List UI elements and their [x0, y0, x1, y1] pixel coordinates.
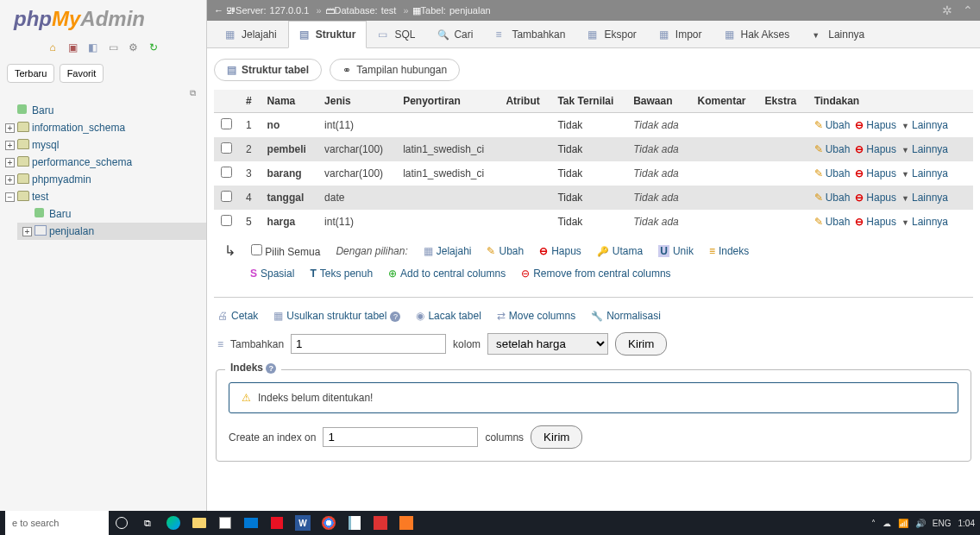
bulk-edit[interactable]: Ubah [487, 245, 524, 257]
breadcrumb-table[interactable]: penjualan [449, 5, 491, 16]
expand-icon[interactable]: + [22, 227, 32, 236]
volume-icon[interactable]: 🔊 [915, 519, 926, 528]
subtab-table-structure[interactable]: Struktur tabel [214, 59, 322, 81]
row-checkbox[interactable] [221, 215, 232, 226]
taskbar-search[interactable]: e to search [5, 511, 109, 535]
chrome-icon[interactable] [319, 513, 338, 532]
acrobat-icon[interactable] [371, 513, 390, 532]
util-normalize[interactable]: Normalisasi [591, 310, 661, 322]
tab-import[interactable]: Impor [648, 21, 713, 47]
expand-icon[interactable]: + [5, 123, 15, 133]
tree-db-test[interactable]: −test [0, 188, 206, 205]
taskview-icon[interactable]: ⧉ [138, 513, 157, 532]
row-checkbox[interactable] [221, 142, 232, 154]
settings-icon[interactable]: ✲ [942, 3, 952, 17]
favorites-tab[interactable]: Favorit [60, 64, 104, 83]
store-icon[interactable] [216, 513, 235, 532]
bulk-add-central[interactable]: Add to central columns [388, 268, 506, 280]
xampp-icon[interactable] [397, 513, 416, 532]
action-drop[interactable]: Hapus [855, 119, 896, 131]
gift-icon[interactable] [267, 513, 286, 532]
bulk-index[interactable]: Indeks [709, 245, 749, 257]
edge-icon[interactable] [164, 513, 183, 532]
help-icon[interactable] [266, 362, 276, 374]
tree-db-information-schema[interactable]: +information_schema [0, 119, 206, 136]
action-edit[interactable]: Ubah [814, 167, 851, 179]
action-more[interactable]: Lainnya [901, 143, 948, 155]
reload-icon[interactable]: ↻ [147, 41, 160, 55]
row-checkbox[interactable] [221, 191, 232, 202]
tray-up-icon[interactable]: ˄ [871, 519, 876, 528]
bulk-remove-central[interactable]: Remove from central columns [521, 268, 670, 280]
check-all[interactable]: Pilih Semua [251, 244, 320, 258]
lang-indicator[interactable]: ENG [933, 519, 952, 528]
tree-test-new[interactable]: Baru [17, 205, 206, 223]
home-icon[interactable]: ⌂ [46, 41, 60, 55]
action-more[interactable]: Lainnya [901, 216, 948, 228]
tree-new[interactable]: Baru [0, 102, 206, 119]
cortana-icon[interactable] [112, 513, 131, 532]
bulk-unique[interactable]: Unik [658, 245, 694, 257]
add-column-go[interactable]: Kirim [615, 332, 667, 356]
expand-icon[interactable]: + [5, 141, 15, 150]
notepad-icon[interactable] [345, 513, 364, 532]
action-more[interactable]: Lainnya [901, 167, 948, 179]
action-edit[interactable]: Ubah [814, 216, 851, 228]
row-checkbox[interactable] [221, 167, 232, 178]
settings-icon[interactable]: ⚙ [127, 41, 141, 55]
docs-icon[interactable]: ▭ [106, 41, 120, 55]
tab-insert[interactable]: Tambahkan [484, 21, 576, 47]
add-column-count[interactable] [291, 334, 446, 354]
action-drop[interactable]: Hapus [855, 143, 896, 155]
row-checkbox[interactable] [221, 118, 232, 129]
word-icon[interactable]: W [293, 513, 312, 532]
create-index-count[interactable] [323, 427, 478, 447]
logout-icon[interactable]: ▣ [66, 41, 79, 55]
action-edit[interactable]: Ubah [814, 143, 851, 155]
tab-privileges[interactable]: Hak Akses [713, 21, 801, 47]
action-more[interactable]: Lainnya [901, 192, 948, 204]
expand-icon[interactable]: + [5, 175, 15, 185]
collapse-icon[interactable]: − [5, 192, 15, 202]
tab-browse[interactable]: Jelajahi [214, 21, 288, 47]
tree-table-penjualan[interactable]: +penjualan [17, 223, 206, 240]
tree-db-performance-schema[interactable]: +performance_schema [0, 154, 206, 171]
collapse-top-icon[interactable]: ⌃ [963, 3, 973, 17]
subtab-relation-view[interactable]: ⚭Tampilan hubungan [330, 59, 460, 81]
util-print[interactable]: Cetak [217, 310, 258, 322]
action-more[interactable]: Lainnya [901, 119, 948, 131]
sql-icon[interactable]: ◧ [86, 41, 100, 55]
help-icon[interactable] [390, 310, 400, 322]
bulk-spatial[interactable]: Spasial [250, 268, 294, 280]
util-track[interactable]: Lacak tabel [416, 310, 481, 322]
wifi-icon[interactable]: 📶 [898, 519, 908, 528]
recent-tab[interactable]: Terbaru [7, 64, 54, 83]
tab-export[interactable]: Ekspor [576, 21, 647, 47]
tab-search[interactable]: Cari [426, 21, 484, 47]
bulk-drop[interactable]: Hapus [539, 245, 581, 257]
util-propose[interactable]: Usulkan struktur tabel [273, 310, 400, 322]
add-column-position[interactable]: setelah harga [487, 333, 608, 355]
tab-more[interactable]: Lainnya [801, 21, 876, 47]
bulk-primary[interactable]: Utama [597, 245, 643, 257]
action-edit[interactable]: Ubah [814, 119, 851, 131]
bulk-browse[interactable]: Jelajahi [424, 245, 472, 257]
expand-icon[interactable]: + [5, 158, 15, 167]
tree-db-phpmyadmin[interactable]: +phpmyadmin [0, 171, 206, 188]
action-drop[interactable]: Hapus [855, 167, 896, 179]
breadcrumb-server[interactable]: 127.0.0.1 [270, 5, 310, 16]
clock[interactable]: 1:04 [958, 519, 975, 528]
cloud-icon[interactable]: ☁ [883, 519, 891, 528]
action-edit[interactable]: Ubah [814, 192, 851, 204]
create-index-go[interactable]: Kirim [531, 425, 582, 449]
collapse-icon[interactable]: ⧉ [0, 88, 206, 98]
check-all-box[interactable] [251, 244, 262, 255]
explorer-icon[interactable] [190, 513, 209, 532]
tab-sql[interactable]: SQL [367, 21, 426, 47]
action-drop[interactable]: Hapus [855, 216, 896, 228]
breadcrumb-db[interactable]: test [381, 5, 397, 16]
action-drop[interactable]: Hapus [855, 192, 896, 204]
tab-structure[interactable]: Struktur [288, 21, 368, 48]
util-move[interactable]: Move columns [497, 310, 575, 322]
tree-db-mysql[interactable]: +mysql [0, 136, 206, 154]
